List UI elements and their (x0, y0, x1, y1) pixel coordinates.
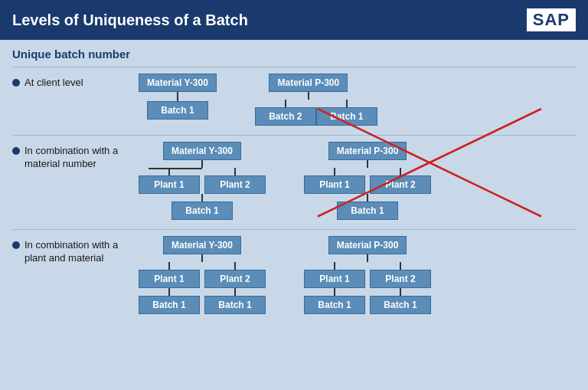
branch-connector: Batch 2 Batch 1 (255, 92, 362, 126)
connector-1 (177, 92, 178, 101)
diagrams-row1: Material Y-300 Batch 1 Material P-300 Ba… (139, 74, 576, 126)
diagram-p300-material: Material P-300 Plant 1 Plant 2 Batc (304, 142, 431, 220)
header: Levels of Uniqueness of a Batch SAP (0, 0, 588, 40)
box-plant2-p300-3: Plant 2 (370, 270, 431, 288)
row-material-number: In combination with a material number Ma… (12, 135, 576, 226)
box-batch1-p300-3b: Batch 1 (370, 296, 431, 314)
box-plant1-y300-3: Plant 1 (139, 270, 200, 288)
box-material-y300-3: Material Y-300 (163, 236, 241, 254)
sap-logo: SAP (527, 8, 576, 31)
label-plant-material: In combination with a plant and material (24, 239, 131, 265)
bullet-label-1: At client level (12, 74, 131, 90)
diagram-p300-client: Material P-300 Batch 2 (255, 74, 362, 126)
crossed-box-container: Batch 1 (316, 107, 377, 126)
row-plant-material: In combination with a plant and material… (12, 229, 576, 320)
diagram-y300-plant: Material Y-300 Plant 1 Batch 1 Plant 2 (139, 236, 266, 314)
row-client-level: At client level Material Y-300 Batch 1 M… (12, 67, 576, 132)
box-batch1-p300-3a: Batch 1 (304, 296, 365, 314)
h-branch: Batch 2 Batch 1 (255, 100, 362, 126)
diagram-p300-plant: Material P-300 Plant 1 Batch 1 Plant 2 (304, 236, 431, 314)
label-client-level: At client level (24, 77, 83, 90)
box-batch1-p300-2: Batch 1 (337, 202, 398, 220)
box-batch1-crossed: Batch 1 (316, 107, 377, 126)
box-material-p300-1: Material P-300 (269, 74, 348, 92)
bullet-label-3: In combination with a plant and material (12, 236, 131, 265)
bullet-label-2: In combination with a material number (12, 142, 131, 171)
section-subtitle: Unique batch number (12, 48, 576, 61)
slide: Levels of Uniqueness of a Batch SAP Uniq… (0, 0, 588, 390)
box-plant1-p300-3: Plant 1 (304, 270, 365, 288)
box-plant2-y300-2: Plant 2 (204, 175, 266, 194)
branch-left: Batch 2 (255, 100, 316, 126)
box-plant1-p300-2: Plant 1 (304, 175, 365, 194)
diagrams-row2: Material Y-300 Plant 1 Plant 2 (139, 142, 576, 220)
branch-row-2: Plant 1 Plant 2 (139, 168, 266, 194)
branch-right: Batch 1 (316, 100, 377, 126)
box-plant2-y300-3: Plant 2 (204, 270, 266, 288)
box-material-y300-1: Material Y-300 (139, 74, 217, 92)
box-batch1-1: Batch 1 (147, 101, 208, 120)
box-material-y300-2: Material Y-300 (163, 142, 241, 160)
diagram-y300-material: Material Y-300 Plant 1 Plant 2 (139, 142, 266, 220)
content-area: Unique batch number At client level Mate… (0, 40, 588, 390)
diagrams-row3: Material Y-300 Plant 1 Batch 1 Plant 2 (139, 236, 576, 314)
box-plant1-y300-2: Plant 1 (139, 175, 200, 194)
box-batch1-y300-2: Batch 1 (172, 202, 233, 220)
bullet-icon-2 (12, 147, 20, 155)
bullet-icon-3 (12, 241, 20, 249)
box-batch1-y300-3a: Batch 1 (139, 296, 200, 314)
box-material-p300-3: Material P-300 (328, 236, 407, 254)
box-batch2: Batch 2 (255, 107, 316, 126)
box-material-p300-2: Material P-300 (328, 142, 407, 160)
box-batch1-y300-3b: Batch 1 (204, 296, 266, 314)
vert-conn (308, 92, 309, 100)
bullet-icon-1 (12, 79, 20, 87)
label-material-number: In combination with a material number (24, 145, 131, 171)
slide-title: Levels of Uniqueness of a Batch (12, 11, 248, 29)
diagram-y300-client: Material Y-300 Batch 1 (139, 74, 217, 120)
box-plant2-p300-2: Plant 2 (370, 175, 431, 194)
